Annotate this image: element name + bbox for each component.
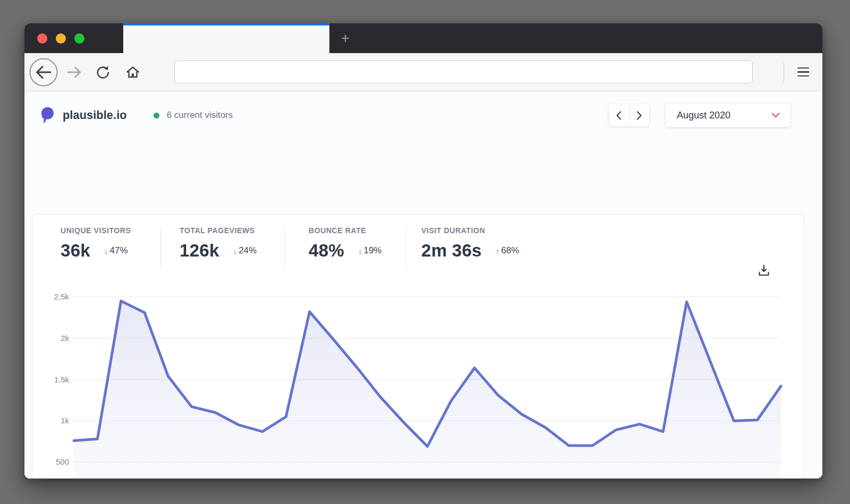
home-icon	[128, 67, 139, 77]
forward-arrow-icon	[68, 67, 80, 77]
date-range-selector[interactable]: August 2020	[665, 104, 790, 127]
new-tab-button[interactable]: +	[334, 30, 357, 48]
svg-text:2.5k: 2.5k	[54, 292, 70, 301]
live-dot-icon	[154, 113, 159, 118]
analytics-card: UNIQUE VISITORS 36k ↓47% TOTAL PAGEVIEWS…	[33, 215, 803, 479]
reload-icon	[98, 66, 108, 78]
forward-button[interactable]	[62, 61, 86, 84]
reload-button[interactable]	[91, 61, 115, 84]
minimize-button[interactable]	[56, 33, 66, 44]
dashboard-header: plausible.io 6 current visitors	[40, 104, 790, 127]
svg-text:500: 500	[56, 457, 69, 466]
next-period-button[interactable]	[630, 104, 650, 126]
svg-text:1.5k: 1.5k	[54, 375, 70, 384]
previous-period-button[interactable]	[609, 104, 629, 126]
back-button[interactable]	[29, 58, 58, 87]
chevron-left-icon	[616, 111, 622, 120]
svg-text:1k: 1k	[61, 416, 69, 425]
visitors-line-chart: 05001k1.5k2k2.5k1 August5 August9 August…	[33, 215, 803, 479]
date-range-label: August 2020	[677, 110, 730, 121]
svg-text:2k: 2k	[61, 334, 69, 343]
home-button[interactable]	[121, 61, 144, 84]
site-name[interactable]: plausible.io	[63, 109, 127, 122]
window-controls	[37, 33, 84, 44]
tab-active-indicator	[123, 23, 329, 25]
current-visitors[interactable]: 6 current visitors	[154, 110, 233, 121]
browser-tab[interactable]	[123, 23, 329, 53]
back-arrow-icon	[37, 66, 51, 78]
logo-balloon-icon	[40, 107, 54, 124]
calendar-chevron-icon	[771, 113, 780, 118]
close-button[interactable]	[37, 33, 47, 44]
url-bar[interactable]	[174, 61, 753, 83]
current-visitors-label: 6 current visitors	[167, 110, 233, 121]
hamburger-icon	[797, 67, 809, 69]
dashboard-content: plausible.io 6 current visitors	[24, 91, 822, 479]
browser-navbar	[24, 53, 822, 91]
menu-button[interactable]	[792, 61, 815, 84]
navbar-divider	[784, 62, 784, 82]
browser-titlebar: +	[24, 23, 822, 53]
browser-window: +	[24, 23, 822, 479]
maximize-button[interactable]	[74, 33, 84, 44]
chevron-right-icon	[636, 111, 642, 120]
period-nav	[609, 104, 649, 126]
plausible-logo	[40, 107, 54, 124]
